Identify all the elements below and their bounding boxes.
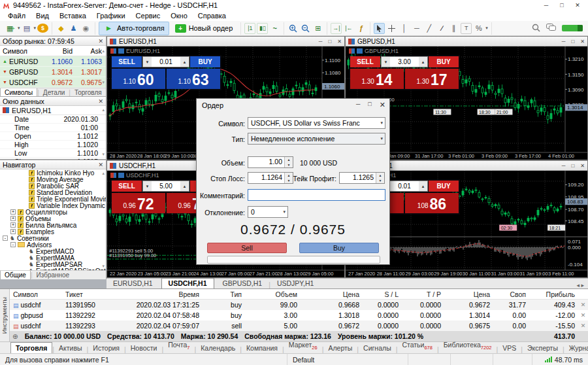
- dialog-minimize-icon[interactable]: ─: [356, 101, 360, 109]
- volume-stepper[interactable]: 1.00▲▼: [248, 156, 293, 168]
- terminal-tab[interactable]: Календарь: [196, 343, 240, 353]
- lot-up-icon[interactable]: ▲: [180, 181, 189, 191]
- chart-maximize-icon[interactable]: □: [328, 39, 331, 44]
- auto-scroll-icon[interactable]: →|: [331, 23, 342, 34]
- collapse-icon[interactable]: -: [10, 242, 16, 247]
- terminal-tab[interactable]: Активы: [54, 343, 87, 353]
- terminal-tab[interactable]: Библиотека7202: [439, 339, 497, 353]
- order-row[interactable]: ▤usdchf113919502020.02.03 17:31:25buy99.…: [10, 300, 588, 310]
- navigator-item[interactable]: ♞ExpertMAPSAR: [0, 261, 106, 268]
- chart-tab[interactable]: USDCHF,H1: [161, 278, 214, 288]
- symbol-select[interactable]: USDCHF, US Dollar vs Swiss Franc▾: [248, 117, 385, 129]
- new-order-button[interactable]: + Новый ордер: [171, 23, 238, 34]
- comment-input[interactable]: [248, 189, 385, 201]
- market-watch-row[interactable]: ▼GBPUSD1.30141.3017: [0, 67, 106, 77]
- sell-button[interactable]: SELL: [112, 56, 142, 67]
- window-close-icon[interactable]: ✕: [570, 2, 585, 9]
- bars-chart-icon[interactable]: |1: [244, 23, 255, 34]
- line-chart-icon[interactable]: ~: [269, 23, 280, 34]
- one-click-icon[interactable]: [349, 48, 355, 54]
- cursor-icon[interactable]: [374, 23, 385, 34]
- navigator-item[interactable]: fIchimoku Kinko Hyo: [0, 169, 106, 176]
- crosshair-icon[interactable]: [386, 23, 397, 34]
- expand-icon[interactable]: +: [10, 216, 16, 221]
- zoom-out-icon[interactable]: [300, 23, 311, 34]
- chart-minimize-icon[interactable]: ─: [319, 39, 323, 44]
- close-order-icon[interactable]: ✕: [578, 302, 588, 308]
- navigator-item[interactable]: ♞ExpertMAPSARSizeOptim: [0, 268, 106, 270]
- chart-minimize-icon[interactable]: ─: [562, 163, 566, 169]
- terminal-tab[interactable]: Статьи678: [397, 339, 437, 353]
- navigator-item[interactable]: -♞Советники: [0, 235, 106, 241]
- lot-input[interactable]: [152, 181, 180, 191]
- navigator-tab[interactable]: Общие: [0, 270, 31, 279]
- navigator-item[interactable]: ♞ExpertMACD: [0, 248, 106, 254]
- column-header[interactable]: Символ: [10, 290, 62, 298]
- navigator-item[interactable]: +fОсцилляторы: [0, 209, 106, 215]
- chart-tab[interactable]: EURUSD,H1: [106, 279, 159, 288]
- navigator-item[interactable]: +fОбъемы: [0, 215, 106, 222]
- vertical-line-icon[interactable]: │: [399, 23, 410, 34]
- data-window-close-icon[interactable]: ✕: [98, 98, 103, 105]
- expand-icon[interactable]: ⊕: [12, 332, 18, 340]
- order-type-select[interactable]: Немедленное исполнение▾: [248, 133, 385, 145]
- stop-loss-stepper[interactable]: 1.1264▲▼: [248, 172, 293, 184]
- market-watch-row[interactable]: ▼USDCHF0.96720.9675: [0, 77, 106, 88]
- tools-dropdown-icon[interactable]: ▾: [485, 26, 488, 31]
- lot-up-icon[interactable]: ▲: [180, 57, 189, 67]
- column-header[interactable]: Объем: [245, 290, 301, 298]
- sell-button[interactable]: SELL: [350, 56, 380, 67]
- dialog-maximize-icon[interactable]: □: [368, 101, 371, 109]
- window-maximize-icon[interactable]: □: [554, 2, 570, 9]
- close-order-icon[interactable]: ✕: [578, 312, 588, 319]
- terminal-tab[interactable]: Эксперты: [523, 343, 563, 353]
- terminal-tab[interactable]: Торговля: [10, 342, 52, 353]
- market-watch-close-icon[interactable]: ✕: [98, 38, 103, 44]
- column-header[interactable]: Прибыль: [529, 290, 578, 298]
- navigator-item[interactable]: +fExamples: [0, 228, 106, 235]
- dialog-close-icon[interactable]: ✕: [380, 101, 385, 109]
- terminal-icon[interactable]: ◉: [80, 23, 91, 34]
- indicators-icon[interactable]: ƒ: [355, 23, 367, 34]
- buy-button[interactable]: Buy: [299, 243, 379, 253]
- navigator-item[interactable]: fMoving Average: [0, 176, 106, 182]
- window-minimize-icon[interactable]: ─: [538, 2, 554, 9]
- navigator-item[interactable]: fTriple Exponential Movin: [0, 196, 106, 202]
- column-header[interactable]: S / L: [363, 290, 402, 298]
- chart-tab[interactable]: USDJPY,H1: [270, 279, 320, 288]
- lot-down-icon[interactable]: ▼: [143, 57, 152, 67]
- market-watch-tab[interactable]: Символы: [0, 88, 37, 97]
- column-header[interactable]: Тикет: [62, 290, 127, 298]
- buy-button[interactable]: BUY: [429, 56, 459, 67]
- lot-input[interactable]: [390, 57, 419, 67]
- sell-price[interactable]: 1.1060: [112, 69, 165, 89]
- trendline-icon[interactable]: ╱: [423, 23, 434, 34]
- toolbox-vertical-tab[interactable]: Инструменты: [0, 289, 10, 341]
- buy-button[interactable]: BUY: [429, 181, 459, 192]
- terminal-tab[interactable]: VPS: [498, 343, 521, 353]
- spin-up-icon[interactable]: ▲: [376, 173, 384, 178]
- tabs-scroll-right-icon[interactable]: ▸: [581, 282, 584, 288]
- spin-down-icon[interactable]: ▼: [285, 162, 293, 167]
- lot-up-icon[interactable]: ▲: [419, 181, 427, 191]
- expand-icon[interactable]: +: [10, 222, 16, 228]
- take-profit-stepper[interactable]: 1.1265▲▼: [339, 172, 385, 184]
- buy-price[interactable]: 1.1063: [167, 69, 220, 89]
- scroll-down-icon[interactable]: ▾: [102, 152, 105, 157]
- expand-icon[interactable]: +: [10, 209, 16, 215]
- autotrade-button[interactable]: ▶ Авто-торговля: [99, 22, 169, 35]
- market-watch-row[interactable]: ▲EURUSD1.10601.1063: [0, 56, 106, 67]
- search-icon[interactable]: [532, 24, 540, 33]
- buy-price[interactable]: 10886: [405, 193, 459, 213]
- buy-price[interactable]: 1.3017: [405, 69, 459, 89]
- chart-window-titlebar[interactable]: EURUSD,H1─□✕: [107, 37, 344, 46]
- new-chart-dropdown-icon[interactable]: ▾: [18, 26, 20, 31]
- terminal-tab[interactable]: Почта7: [163, 339, 194, 353]
- chat-icon[interactable]: [546, 24, 556, 33]
- candles-chart-icon[interactable]: ▮▯: [257, 23, 268, 34]
- deviation-select[interactable]: 0▾: [248, 206, 288, 218]
- lot-up-icon[interactable]: ▲: [419, 57, 427, 67]
- column-header[interactable]: T / P: [402, 290, 444, 298]
- new-chart-icon[interactable]: ▦+: [5, 23, 16, 34]
- lot-down-icon[interactable]: ▼: [382, 57, 390, 67]
